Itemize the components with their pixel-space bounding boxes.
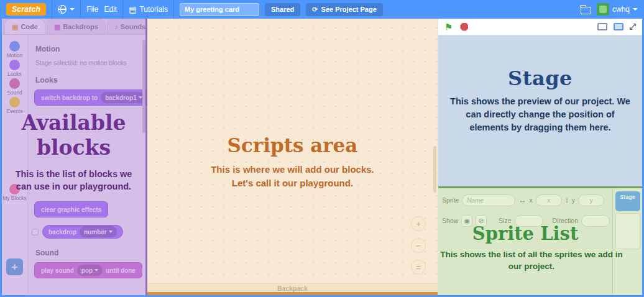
- chevron-down-icon: [70, 8, 75, 11]
- stage-size-controls: [597, 22, 636, 32]
- y-position-input[interactable]: [578, 194, 604, 206]
- backdrop-property-dropdown[interactable]: number: [80, 226, 117, 237]
- sprite-label: Sprite: [442, 196, 459, 204]
- category-sound-label: Sound: [7, 90, 22, 96]
- tutorials-menu[interactable]: Tutorials: [129, 5, 168, 14]
- fullscreen-icon[interactable]: [630, 22, 636, 32]
- large-stage-icon[interactable]: [614, 23, 623, 30]
- palette-scrollbar[interactable]: [142, 40, 145, 133]
- stage-card[interactable]: Stage: [615, 191, 640, 211]
- tab-code[interactable]: Code: [4, 19, 45, 34]
- scratch-logo[interactable]: Scratch: [6, 3, 46, 16]
- language-menu[interactable]: [58, 5, 75, 14]
- looks-category-icon: [9, 60, 20, 70]
- sprite-info-panel: Sprite ↔ x ↕ y Show ◉ ⊘ Size Direction: [442, 193, 610, 234]
- hide-sprite-button[interactable]: ⊘: [476, 215, 487, 227]
- block-palette: Motion Stage selected: no motion blocks …: [28, 35, 147, 295]
- menu-bar: Scratch File Edit Tutorials Shared ⟳ See…: [0, 0, 644, 19]
- category-looks[interactable]: Looks: [2, 60, 27, 77]
- tutorials-label: Tutorials: [139, 5, 168, 14]
- category-motion-label: Motion: [7, 53, 23, 58]
- category-motion[interactable]: Motion: [2, 41, 27, 58]
- block-play-sound-until-done[interactable]: play sound pop until done: [34, 262, 142, 278]
- sound-dropdown[interactable]: pop: [77, 265, 103, 276]
- size-label: Size: [499, 217, 511, 224]
- backdrop-checkbox[interactable]: [32, 229, 39, 235]
- sprite-list-panel: Sprite ↔ x ↕ y Show ◉ ⊘ Size Direction: [438, 186, 642, 295]
- backdrop-dropdown[interactable]: backdrop1: [101, 92, 147, 103]
- scripts-grid: [147, 19, 438, 295]
- backpack-bar[interactable]: Backpack: [147, 283, 438, 293]
- file-menu[interactable]: File: [86, 5, 98, 14]
- block-label: backdrop: [48, 229, 76, 235]
- palette-section-looks: Looks: [35, 76, 57, 85]
- block-backdrop-reporter[interactable]: backdrop number: [42, 225, 123, 239]
- stage-preview[interactable]: Stage This shows the preview of our proj…: [438, 35, 642, 186]
- category-my-blocks[interactable]: My Blocks: [2, 184, 27, 201]
- see-project-page-label: See Project Page: [321, 6, 377, 13]
- block-label: switch backdrop to: [41, 94, 98, 101]
- shared-button[interactable]: Shared: [265, 3, 300, 16]
- zoom-reset-button[interactable]: =: [411, 260, 426, 275]
- motion-category-icon: [9, 41, 20, 52]
- stop-icon[interactable]: [460, 23, 468, 31]
- refresh-icon: ⟳: [312, 6, 318, 14]
- username: cwhq: [612, 5, 630, 14]
- green-flag-icon[interactable]: ⚑: [444, 22, 453, 32]
- block-label-suffix: until done: [106, 267, 136, 274]
- tutorials-icon: [129, 5, 136, 14]
- divider: [173, 0, 174, 19]
- category-strip: Motion Looks Sound Events My Blocks: [2, 35, 28, 295]
- scripts-area-panel[interactable]: + − = Backpack Scripts area This is wher…: [147, 19, 438, 295]
- stage-selector-column: Stage: [612, 188, 642, 295]
- project-name-input[interactable]: [180, 3, 259, 16]
- sounds-tab-icon: [114, 23, 118, 30]
- code-tab-icon: [12, 23, 18, 31]
- backdrops-tab-icon: [54, 23, 60, 31]
- category-sound[interactable]: Sound: [2, 78, 27, 96]
- x-position-input[interactable]: [536, 194, 562, 206]
- tab-sounds-label: Sounds: [121, 23, 145, 30]
- zoom-out-button[interactable]: −: [411, 238, 426, 253]
- tab-backdrops[interactable]: Backdrops: [47, 19, 106, 34]
- block-switch-backdrop[interactable]: switch backdrop to backdrop1: [34, 89, 154, 106]
- block-label: clear graphic effects: [41, 206, 101, 213]
- chevron-down-icon: [139, 96, 142, 99]
- add-extension-button[interactable]: +: [6, 258, 23, 275]
- dropdown-value: backdrop1: [105, 94, 137, 101]
- tab-sounds[interactable]: Sounds: [107, 19, 153, 34]
- account-menu[interactable]: cwhq: [597, 3, 638, 16]
- palette-section-sound: Sound: [35, 249, 58, 257]
- see-project-page-button[interactable]: ⟳ See Project Page: [306, 3, 383, 16]
- show-sprite-button[interactable]: ◉: [461, 215, 472, 227]
- annotation-body: This shows the preview of our project. W…: [446, 95, 634, 134]
- y-label: y: [572, 196, 575, 204]
- my-blocks-category-icon: [9, 184, 20, 194]
- dropdown-value: number: [84, 229, 107, 235]
- events-category-icon: [9, 97, 20, 107]
- small-stage-icon[interactable]: [597, 23, 607, 30]
- dropdown-value: pop: [81, 267, 93, 274]
- edit-menu[interactable]: Edit: [104, 5, 117, 14]
- palette-section-motion: Motion: [35, 45, 60, 53]
- x-label: x: [529, 196, 532, 204]
- zoom-in-button[interactable]: +: [411, 216, 426, 231]
- direction-input[interactable]: [581, 215, 610, 227]
- annotation-body: This shows the list of all the sprites w…: [438, 249, 625, 273]
- motion-empty-note: Stage selected: no motion blocks: [35, 60, 144, 66]
- stage-thumbnail[interactable]: [615, 213, 640, 249]
- category-looks-label: Looks: [7, 71, 22, 77]
- sprite-name-input[interactable]: [462, 194, 515, 206]
- chevron-down-icon: [94, 269, 98, 272]
- my-stuff-folder-icon[interactable]: [581, 7, 591, 14]
- direction-label: Direction: [553, 217, 578, 224]
- block-clear-graphic-effects[interactable]: clear graphic effects: [34, 201, 108, 217]
- editor-content: Code Backdrops Sounds Motion: [2, 19, 642, 295]
- sprite-info-row-2: Show ◉ ⊘ Size Direction: [442, 214, 610, 227]
- size-input[interactable]: [515, 215, 543, 227]
- scripts-scrollbar[interactable]: [433, 146, 436, 193]
- show-label: Show: [442, 217, 458, 224]
- category-events[interactable]: Events: [2, 97, 27, 114]
- stage-panel: ⚑ Stage This shows the preview of our pr…: [438, 19, 642, 186]
- annotation-title: Stage: [508, 66, 573, 90]
